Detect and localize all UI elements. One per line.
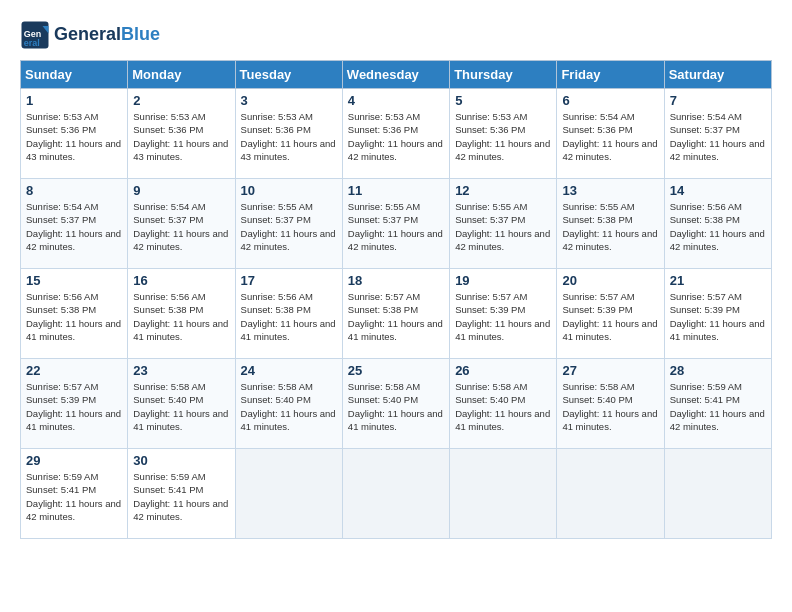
day-number: 8 (26, 183, 122, 198)
calendar-cell: 5Sunrise: 5:53 AM Sunset: 5:36 PM Daylig… (450, 89, 557, 179)
day-info: Sunrise: 5:53 AM Sunset: 5:36 PM Dayligh… (241, 110, 337, 163)
calendar-cell: 4Sunrise: 5:53 AM Sunset: 5:36 PM Daylig… (342, 89, 449, 179)
calendar-cell: 21Sunrise: 5:57 AM Sunset: 5:39 PM Dayli… (664, 269, 771, 359)
day-info: Sunrise: 5:59 AM Sunset: 5:41 PM Dayligh… (133, 470, 229, 523)
calendar-cell: 15Sunrise: 5:56 AM Sunset: 5:38 PM Dayli… (21, 269, 128, 359)
day-info: Sunrise: 5:57 AM Sunset: 5:39 PM Dayligh… (455, 290, 551, 343)
day-header-thursday: Thursday (450, 61, 557, 89)
day-number: 24 (241, 363, 337, 378)
day-info: Sunrise: 5:56 AM Sunset: 5:38 PM Dayligh… (26, 290, 122, 343)
day-number: 23 (133, 363, 229, 378)
calendar-cell: 16Sunrise: 5:56 AM Sunset: 5:38 PM Dayli… (128, 269, 235, 359)
calendar-cell (235, 449, 342, 539)
day-info: Sunrise: 5:59 AM Sunset: 5:41 PM Dayligh… (670, 380, 766, 433)
day-info: Sunrise: 5:54 AM Sunset: 5:37 PM Dayligh… (670, 110, 766, 163)
day-number: 15 (26, 273, 122, 288)
day-header-saturday: Saturday (664, 61, 771, 89)
day-number: 14 (670, 183, 766, 198)
week-row-4: 29Sunrise: 5:59 AM Sunset: 5:41 PM Dayli… (21, 449, 772, 539)
calendar-cell: 27Sunrise: 5:58 AM Sunset: 5:40 PM Dayli… (557, 359, 664, 449)
day-number: 1 (26, 93, 122, 108)
day-info: Sunrise: 5:58 AM Sunset: 5:40 PM Dayligh… (348, 380, 444, 433)
day-info: Sunrise: 5:53 AM Sunset: 5:36 PM Dayligh… (133, 110, 229, 163)
calendar-cell: 12Sunrise: 5:55 AM Sunset: 5:37 PM Dayli… (450, 179, 557, 269)
day-info: Sunrise: 5:54 AM Sunset: 5:36 PM Dayligh… (562, 110, 658, 163)
day-number: 30 (133, 453, 229, 468)
day-info: Sunrise: 5:58 AM Sunset: 5:40 PM Dayligh… (562, 380, 658, 433)
calendar-cell: 23Sunrise: 5:58 AM Sunset: 5:40 PM Dayli… (128, 359, 235, 449)
day-number: 4 (348, 93, 444, 108)
calendar-cell: 26Sunrise: 5:58 AM Sunset: 5:40 PM Dayli… (450, 359, 557, 449)
day-header-friday: Friday (557, 61, 664, 89)
logo-name: GeneralBlue (54, 25, 160, 45)
day-info: Sunrise: 5:55 AM Sunset: 5:37 PM Dayligh… (348, 200, 444, 253)
header: Gen eral GeneralBlue (20, 20, 772, 50)
day-number: 26 (455, 363, 551, 378)
day-info: Sunrise: 5:56 AM Sunset: 5:38 PM Dayligh… (670, 200, 766, 253)
day-header-sunday: Sunday (21, 61, 128, 89)
calendar-cell: 8Sunrise: 5:54 AM Sunset: 5:37 PM Daylig… (21, 179, 128, 269)
calendar-cell: 13Sunrise: 5:55 AM Sunset: 5:38 PM Dayli… (557, 179, 664, 269)
day-number: 6 (562, 93, 658, 108)
day-info: Sunrise: 5:53 AM Sunset: 5:36 PM Dayligh… (26, 110, 122, 163)
calendar-cell: 2Sunrise: 5:53 AM Sunset: 5:36 PM Daylig… (128, 89, 235, 179)
day-info: Sunrise: 5:56 AM Sunset: 5:38 PM Dayligh… (241, 290, 337, 343)
calendar-cell: 24Sunrise: 5:58 AM Sunset: 5:40 PM Dayli… (235, 359, 342, 449)
calendar-table: SundayMondayTuesdayWednesdayThursdayFrid… (20, 60, 772, 539)
day-number: 2 (133, 93, 229, 108)
day-number: 27 (562, 363, 658, 378)
day-info: Sunrise: 5:57 AM Sunset: 5:39 PM Dayligh… (26, 380, 122, 433)
day-number: 16 (133, 273, 229, 288)
day-header-wednesday: Wednesday (342, 61, 449, 89)
calendar-cell: 3Sunrise: 5:53 AM Sunset: 5:36 PM Daylig… (235, 89, 342, 179)
week-row-0: 1Sunrise: 5:53 AM Sunset: 5:36 PM Daylig… (21, 89, 772, 179)
day-info: Sunrise: 5:57 AM Sunset: 5:38 PM Dayligh… (348, 290, 444, 343)
day-info: Sunrise: 5:53 AM Sunset: 5:36 PM Dayligh… (455, 110, 551, 163)
calendar-cell (557, 449, 664, 539)
day-number: 10 (241, 183, 337, 198)
day-info: Sunrise: 5:59 AM Sunset: 5:41 PM Dayligh… (26, 470, 122, 523)
calendar-cell: 7Sunrise: 5:54 AM Sunset: 5:37 PM Daylig… (664, 89, 771, 179)
day-number: 19 (455, 273, 551, 288)
day-info: Sunrise: 5:58 AM Sunset: 5:40 PM Dayligh… (455, 380, 551, 433)
day-info: Sunrise: 5:53 AM Sunset: 5:36 PM Dayligh… (348, 110, 444, 163)
day-number: 11 (348, 183, 444, 198)
calendar-cell: 19Sunrise: 5:57 AM Sunset: 5:39 PM Dayli… (450, 269, 557, 359)
day-number: 28 (670, 363, 766, 378)
week-row-1: 8Sunrise: 5:54 AM Sunset: 5:37 PM Daylig… (21, 179, 772, 269)
calendar-cell: 1Sunrise: 5:53 AM Sunset: 5:36 PM Daylig… (21, 89, 128, 179)
day-info: Sunrise: 5:58 AM Sunset: 5:40 PM Dayligh… (241, 380, 337, 433)
day-info: Sunrise: 5:55 AM Sunset: 5:37 PM Dayligh… (455, 200, 551, 253)
day-number: 13 (562, 183, 658, 198)
day-number: 29 (26, 453, 122, 468)
day-info: Sunrise: 5:54 AM Sunset: 5:37 PM Dayligh… (133, 200, 229, 253)
calendar-cell: 30Sunrise: 5:59 AM Sunset: 5:41 PM Dayli… (128, 449, 235, 539)
day-info: Sunrise: 5:56 AM Sunset: 5:38 PM Dayligh… (133, 290, 229, 343)
calendar-cell: 25Sunrise: 5:58 AM Sunset: 5:40 PM Dayli… (342, 359, 449, 449)
logo: Gen eral GeneralBlue (20, 20, 160, 50)
day-number: 18 (348, 273, 444, 288)
day-number: 5 (455, 93, 551, 108)
day-number: 9 (133, 183, 229, 198)
week-row-3: 22Sunrise: 5:57 AM Sunset: 5:39 PM Dayli… (21, 359, 772, 449)
day-info: Sunrise: 5:54 AM Sunset: 5:37 PM Dayligh… (26, 200, 122, 253)
calendar-cell (450, 449, 557, 539)
calendar-cell: 28Sunrise: 5:59 AM Sunset: 5:41 PM Dayli… (664, 359, 771, 449)
calendar-cell: 10Sunrise: 5:55 AM Sunset: 5:37 PM Dayli… (235, 179, 342, 269)
day-number: 3 (241, 93, 337, 108)
day-number: 12 (455, 183, 551, 198)
calendar-cell: 14Sunrise: 5:56 AM Sunset: 5:38 PM Dayli… (664, 179, 771, 269)
calendar-cell: 9Sunrise: 5:54 AM Sunset: 5:37 PM Daylig… (128, 179, 235, 269)
calendar-cell: 22Sunrise: 5:57 AM Sunset: 5:39 PM Dayli… (21, 359, 128, 449)
calendar-cell: 17Sunrise: 5:56 AM Sunset: 5:38 PM Dayli… (235, 269, 342, 359)
calendar-cell: 29Sunrise: 5:59 AM Sunset: 5:41 PM Dayli… (21, 449, 128, 539)
days-header-row: SundayMondayTuesdayWednesdayThursdayFrid… (21, 61, 772, 89)
svg-text:eral: eral (24, 38, 40, 48)
calendar-cell: 11Sunrise: 5:55 AM Sunset: 5:37 PM Dayli… (342, 179, 449, 269)
day-header-monday: Monday (128, 61, 235, 89)
day-info: Sunrise: 5:57 AM Sunset: 5:39 PM Dayligh… (562, 290, 658, 343)
calendar-cell (342, 449, 449, 539)
day-info: Sunrise: 5:55 AM Sunset: 5:38 PM Dayligh… (562, 200, 658, 253)
day-number: 21 (670, 273, 766, 288)
week-row-2: 15Sunrise: 5:56 AM Sunset: 5:38 PM Dayli… (21, 269, 772, 359)
